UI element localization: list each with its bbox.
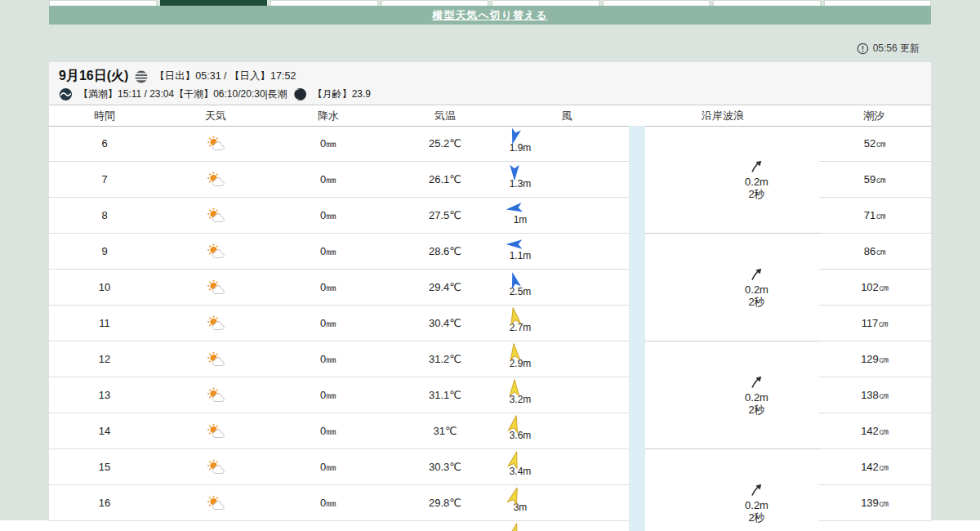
sun-cloud-icon (205, 459, 226, 475)
weather-cell (160, 136, 271, 151)
wind-direction-arrow (505, 199, 525, 219)
wind-cell: 3.6m (490, 415, 539, 441)
table-row: 16 0㎜ (49, 485, 629, 521)
hour-cell: 8 (49, 209, 160, 221)
sunrise-sunset: 【日出】05:31 / 【日入】17:52 (154, 69, 296, 83)
sun-cloud-icon (205, 207, 226, 223)
hour-cell: 10 (49, 281, 160, 293)
hour-cell: 16 (49, 497, 160, 509)
hourly-weather-table: 時間 天気 降水 気温 風 沿岸波浪 潮汐 6 (49, 105, 931, 531)
northeast-arrow-icon (749, 374, 764, 390)
temp-cell: 30.3℃ (385, 461, 505, 473)
temp-cell: 31.1℃ (385, 389, 505, 401)
cloudy-icon (134, 69, 149, 84)
tide-info: 【満潮】15:11 / 23:04【干潮】06:10/20:30|長潮 (78, 87, 287, 101)
weather-cell (160, 243, 271, 259)
tide-cell: 52㎝ (819, 126, 931, 162)
hour-cell: 15 (49, 461, 160, 473)
marine-weather-page: 横型天気へ切り替える 05:56 更新 9月16日(火) 【日出】05:31 /… (0, 0, 980, 531)
col-temp: 気温 (434, 109, 456, 123)
tab[interactable] (381, 0, 489, 6)
temp-cell: 28.6℃ (385, 245, 505, 257)
tab[interactable] (49, 0, 157, 6)
date-title: 9月16日(火) (59, 68, 128, 85)
table-row: 9 0㎜ (49, 234, 629, 270)
sun-cloud-icon (205, 279, 226, 295)
wind-direction-arrow (506, 235, 523, 253)
wind-cell: 3.4m (490, 451, 539, 477)
wind-cell: 1.1m (490, 235, 539, 261)
precip-cell: 0㎜ (271, 280, 385, 295)
precip-cell: 0㎜ (271, 352, 385, 367)
tab[interactable] (713, 0, 821, 6)
wave-height: 0.2m (745, 391, 768, 404)
weather-cell (160, 351, 271, 367)
sun-cloud-icon (205, 315, 226, 331)
table-row: 11 0㎜ (49, 306, 629, 341)
wind-cell: 1.9m (490, 127, 539, 154)
precip-cell: 0㎜ (271, 136, 385, 151)
tide-cell: 102㎝ (819, 270, 931, 306)
sun-cloud-icon (205, 351, 226, 367)
table-row: 15 0㎜ (49, 449, 629, 485)
wind-cell: 2.9m (490, 343, 539, 369)
wind-direction-arrow (506, 379, 523, 397)
tide-cell: 71㎝ (819, 198, 931, 234)
temp-cell: 30.4℃ (385, 317, 505, 329)
col-time: 時間 (94, 109, 115, 123)
wave-period: 2秒 (748, 511, 764, 524)
wave-period: 2秒 (748, 188, 764, 200)
table-row-partial (49, 521, 629, 531)
temp-cell: 31℃ (385, 425, 505, 437)
tab[interactable] (492, 0, 599, 6)
wave-period: 2秒 (748, 296, 764, 308)
tide-cell: 142㎝ (819, 449, 931, 485)
wind-direction-arrow (506, 163, 523, 181)
tab-active[interactable] (160, 0, 268, 6)
tide-cell: 138㎝ (819, 377, 931, 413)
wind-cell (490, 523, 539, 531)
col-weather: 天気 (205, 109, 226, 123)
col-precip: 降水 (318, 109, 339, 123)
hour-cell: 14 (49, 425, 160, 437)
sun-cloud-icon (205, 136, 226, 151)
wave-height: 0.2m (745, 499, 768, 511)
tide-cell: 139㎝ (819, 485, 931, 521)
table-row: 8 0㎜ (49, 198, 629, 234)
temp-cell: 25.2℃ (385, 137, 505, 149)
tab[interactable] (270, 0, 378, 6)
wind-cell: 2.5m (490, 271, 539, 297)
wave-height: 0.2m (745, 176, 768, 188)
tide-cell: 142㎝ (819, 413, 931, 449)
tab[interactable] (824, 0, 932, 6)
weather-cell (160, 315, 271, 331)
col-tide: 潮汐 (863, 109, 884, 123)
sun-cloud-icon (205, 243, 226, 259)
precip-cell: 0㎜ (271, 172, 385, 187)
temp-cell: 29.4℃ (385, 281, 505, 293)
col-coastal-waves: 沿岸波浪 (702, 109, 744, 123)
precip-cell: 0㎜ (271, 496, 385, 511)
tide-cell: 117㎝ (819, 306, 931, 341)
precip-cell: 0㎜ (271, 424, 385, 439)
update-time: 05:56 更新 (873, 42, 920, 56)
wind-cell: 3.2m (490, 379, 539, 405)
tab-strip (49, 0, 931, 6)
table-row: 12 0㎜ (49, 341, 629, 377)
hour-cell: 9 (49, 245, 160, 257)
northeast-arrow-icon (749, 482, 764, 498)
weather-cell (160, 279, 271, 295)
wind-direction-arrow (504, 521, 526, 531)
moon-icon (293, 87, 307, 101)
weather-cell (160, 207, 271, 223)
hour-cell: 13 (49, 389, 160, 401)
wind-direction-arrow (505, 342, 524, 362)
wind-direction-arrow (504, 413, 525, 435)
tab[interactable] (603, 0, 710, 6)
northeast-arrow-icon (749, 266, 764, 282)
temp-cell: 26.1℃ (385, 173, 505, 185)
hour-cell: 7 (49, 173, 160, 185)
weather-cell (160, 387, 271, 403)
switch-to-horizontal-link[interactable]: 横型天気へ切り替える (432, 8, 547, 23)
table-left-section: 6 0㎜ (49, 126, 629, 531)
